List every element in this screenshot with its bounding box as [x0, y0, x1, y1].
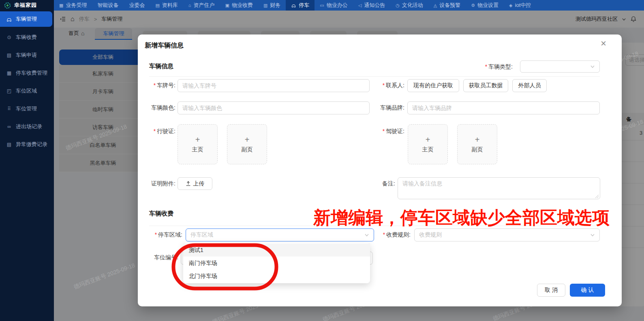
remark-label: 备注: [365, 180, 395, 187]
sidebar-item-vehicle-fee[interactable]: ⊙车辆收费 [0, 28, 54, 46]
cube-icon: ◈ [509, 3, 512, 8]
upload-icon [186, 181, 191, 186]
driving-license-label: *行驶证: [138, 128, 175, 135]
nav-item-parking[interactable]: 停车 [286, 0, 315, 11]
space-number-label: 车位编号: [142, 254, 178, 261]
sidebar: 车辆管理 ⊙车辆收费 ▤车辆申请 ▦停车收费管理 ◰车位区域 ⠿车位管理 ∞进出… [0, 11, 54, 321]
upload-button[interactable]: 上传 [178, 177, 212, 190]
brand-label: 车辆品牌: [365, 104, 404, 112]
parking-area-select[interactable]: 停车区域 [186, 228, 374, 241]
brand-input[interactable] [407, 101, 600, 114]
monitor-icon: ▭ [320, 3, 324, 8]
app-title: 幸福家园 [14, 2, 37, 9]
color-label: 车辆颜色: [138, 104, 175, 112]
plus-icon: + [195, 136, 200, 144]
clock-icon: ◷ [396, 3, 400, 8]
home-icon: ⌂ [188, 3, 191, 8]
fee-rule-select[interactable]: 收费规则 [414, 228, 600, 241]
alarm-icon: ◬ [434, 3, 437, 8]
close-icon[interactable]: × [601, 39, 606, 48]
nav-item-announcement[interactable]: ◁通知公告 [353, 0, 390, 11]
nav-item-office[interactable]: ▭物业办公 [315, 0, 353, 11]
plus-icon: + [426, 136, 430, 144]
grid-dots-icon: ⠿ [6, 106, 12, 112]
driving-license-sub-upload[interactable]: +副页 [227, 124, 267, 164]
parking-area-dropdown: 测试1 南门停车场 北门停车场 [183, 243, 370, 283]
nav-item-iot[interactable]: ◈iot中控 [504, 0, 536, 11]
brackets-icon: ◰ [6, 88, 12, 94]
chevron-down-icon [590, 64, 595, 69]
plus-icon: + [475, 136, 480, 144]
chevron-down-icon [590, 233, 595, 237]
parking-area-label: *停车区域: [138, 231, 182, 239]
sidebar-item-parking-fee-mgmt[interactable]: ▦停车收费管理 [0, 64, 54, 82]
link-icon: ∞ [6, 124, 12, 129]
modal-title: 新增车辆信息 [145, 41, 184, 50]
contact-label: *联系人: [365, 82, 404, 89]
cancel-button[interactable]: 取 消 [537, 284, 565, 297]
sidebar-item-abnormal-payment[interactable]: ▤异常缴费记录 [0, 136, 54, 153]
nav-item-device-alarm[interactable]: ◬设备预警 [428, 0, 466, 11]
nav-item-assets[interactable]: ⌂资产住户 [183, 0, 220, 11]
gear-icon: ⚙ [471, 3, 475, 8]
nav-item-culture[interactable]: ◷文化活动 [390, 0, 428, 11]
nav-item-business[interactable]: ▦业务受理 [54, 0, 92, 11]
calendar-icon: ▦ [59, 3, 63, 8]
sidebar-item-space-area[interactable]: ◰车位区域 [0, 82, 54, 100]
nav-item-property-fee[interactable]: ▣物业收费 [220, 0, 258, 11]
vehicle-type-label: *车辆类型: [446, 63, 513, 71]
car-icon [6, 16, 12, 22]
chevron-down-icon [364, 233, 369, 237]
badge-icon: ▤ [6, 52, 12, 58]
get-resident-button[interactable]: 现有的住户获取 [407, 79, 459, 92]
plus-icon: + [245, 136, 250, 144]
coin-icon: ⊙ [6, 34, 12, 40]
top-navigation: ▦业务受理 智能设备 业委会 ▤资料库 ⌂资产住户 ▣物业收费 ▥财务 停车 ▭… [54, 0, 644, 11]
section-vehicle-info: 车辆信息 [149, 62, 173, 70]
external-person-button[interactable]: 外部人员 [512, 79, 547, 92]
plate-input[interactable] [178, 79, 370, 92]
shield-icon: ▣ [225, 3, 229, 8]
sidebar-item-entry-exit-log[interactable]: ∞进出场记录 [0, 118, 54, 136]
driver-license-main-upload[interactable]: +主页 [408, 124, 448, 164]
dropdown-option-south-gate[interactable]: 南门停车场 [183, 256, 370, 269]
car-icon [291, 3, 296, 8]
app-logo-block: 幸福家园 [0, 0, 54, 11]
sidebar-item-vehicle-apply[interactable]: ▤车辆申请 [0, 46, 54, 64]
nav-item-committee[interactable]: 业委会 [124, 0, 150, 11]
nav-item-smart-device[interactable]: 智能设备 [92, 0, 124, 11]
nav-item-library[interactable]: ▤资料库 [150, 0, 183, 11]
section-vehicle-fee: 车辆收费 [149, 210, 173, 218]
sidebar-item-vehicle-mgmt[interactable]: 车辆管理 [0, 11, 52, 27]
nav-item-finance[interactable]: ▥财务 [258, 0, 286, 11]
sidebar-item-space-mgmt[interactable]: ⠿车位管理 [0, 100, 54, 118]
fee-rule-label: *收费规则: [371, 231, 411, 239]
driving-license-main-upload[interactable]: +主页 [178, 124, 218, 164]
app-logo-icon [4, 2, 11, 9]
document-icon: ▤ [6, 142, 12, 147]
dropdown-option-test1[interactable]: 测试1 [183, 243, 370, 256]
megaphone-icon: ◁ [358, 3, 362, 8]
driver-license-label: *驾驶证: [365, 128, 404, 135]
driver-license-sub-upload[interactable]: +副页 [457, 124, 497, 164]
plate-label: *车牌号: [138, 82, 175, 89]
confirm-button[interactable]: 确 认 [570, 284, 605, 297]
ledger-icon: ▥ [263, 3, 267, 8]
get-employee-button[interactable]: 获取员工数据 [463, 79, 508, 92]
attachment-label: 证明附件: [138, 180, 175, 187]
color-input[interactable] [178, 101, 370, 114]
remark-textarea[interactable] [398, 177, 600, 199]
nav-item-settings[interactable]: ⚙物业设置 [466, 0, 504, 11]
calendar-icon: ▦ [6, 70, 12, 76]
dropdown-option-north-gate[interactable]: 北门停车场 [183, 269, 370, 282]
file-icon: ▤ [155, 3, 159, 8]
vehicle-type-select[interactable] [520, 60, 600, 73]
